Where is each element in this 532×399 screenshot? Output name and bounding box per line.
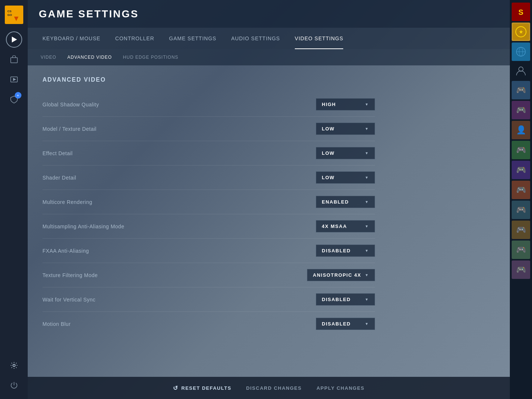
dropdown-global-shadow[interactable]: HIGH ▼ <box>316 98 375 110</box>
setting-label-msaa: Multisampling Anti-Aliasing Mode <box>42 224 124 229</box>
logo-area: CS GO <box>3 4 25 26</box>
right-avatar-1[interactable]: 🎮 <box>512 81 530 99</box>
dropdown-shader-detail[interactable]: LOW ▼ <box>316 171 375 184</box>
page-title: GAME SETTINGS <box>39 8 139 20</box>
setting-row-motion-blur: Motion Blur DISABLED ▼ <box>42 312 375 336</box>
chevron-down-icon: ▼ <box>365 249 369 253</box>
dropdown-value-vsync: DISABLED <box>322 297 351 302</box>
dropdown-multicore[interactable]: ENABLED ▼ <box>316 196 375 208</box>
dropdown-texture-filtering[interactable]: ANISOTROPIC 4X ▼ <box>307 269 375 281</box>
right-top-badge[interactable]: S <box>512 3 530 21</box>
chevron-down-icon: ▼ <box>365 127 369 131</box>
setting-row-texture-filtering: Texture Filtering Mode ANISOTROPIC 4X ▼ <box>42 263 375 287</box>
nav-keyboard-mouse[interactable]: Keyboard / Mouse <box>35 28 108 49</box>
setting-control-model-texture: LOW ▼ <box>308 123 375 135</box>
setting-control-global-shadow: HIGH ▼ <box>308 98 375 110</box>
reset-icon: ↺ <box>173 385 178 392</box>
setting-control-motion-blur: DISABLED ▼ <box>308 318 375 330</box>
nav-audio-settings[interactable]: Audio Settings <box>224 28 287 49</box>
subnav-video[interactable]: Video <box>35 49 62 65</box>
setting-label-shader-detail: Shader Detail <box>42 175 76 181</box>
svg-text:CS: CS <box>7 10 12 13</box>
nav-game-settings[interactable]: Game settings <box>162 28 224 49</box>
power-button[interactable] <box>6 377 22 393</box>
right-avatar-6[interactable]: 🎮 <box>512 181 530 199</box>
dropdown-effect-detail[interactable]: LOW ▼ <box>316 147 375 159</box>
left-sidebar: CS GO + <box>0 0 28 399</box>
shield-notification-button[interactable]: + <box>6 91 22 108</box>
svg-marker-7 <box>13 78 16 81</box>
setting-row-fxaa: FXAA Anti-Aliasing DISABLED ▼ <box>42 239 375 263</box>
dropdown-model-texture[interactable]: LOW ▼ <box>316 123 375 135</box>
setting-row-multicore: Multicore Rendering ENABLED ▼ <box>42 190 375 214</box>
main-area: GAME SETTINGS Keyboard / Mouse Controlle… <box>28 0 510 399</box>
setting-label-vsync: Wait for Vertical Sync <box>42 297 96 303</box>
svg-text:GO: GO <box>7 13 12 17</box>
csgo-logo: CS GO <box>5 6 23 24</box>
subnav-hud-edge-positions[interactable]: HUD Edge Positions <box>117 49 184 65</box>
dropdown-motion-blur[interactable]: DISABLED ▼ <box>316 318 375 330</box>
svg-text:★: ★ <box>519 29 524 35</box>
setting-row-effect-detail: Effect Detail LOW ▼ <box>42 141 375 166</box>
dropdown-value-global-shadow: HIGH <box>322 102 336 107</box>
subnav-advanced-video[interactable]: Advanced Video <box>62 49 117 65</box>
right-avatar-9[interactable]: 🎮 <box>512 241 530 259</box>
chevron-down-icon: ▼ <box>365 200 369 204</box>
chevron-down-icon: ▼ <box>365 175 369 180</box>
setting-control-effect-detail: LOW ▼ <box>308 147 375 159</box>
setting-row-msaa: Multisampling Anti-Aliasing Mode 4X MSAA… <box>42 214 375 239</box>
right-avatar-8[interactable]: 🎮 <box>512 221 530 239</box>
right-avatar-4[interactable]: 🎮 <box>512 141 530 159</box>
dropdown-fxaa[interactable]: DISABLED ▼ <box>316 245 375 257</box>
dropdown-msaa[interactable]: 4X MSAA ▼ <box>316 220 375 232</box>
nav-controller[interactable]: Controller <box>108 28 162 49</box>
apply-changes-button[interactable]: APPLY CHANGES <box>317 385 365 391</box>
watch-button[interactable] <box>6 71 22 88</box>
chevron-down-icon: ▼ <box>365 102 369 106</box>
right-sidebar: S ★ 🎮 🎮 👤 🎮 🎮 🎮 🎮 🎮 🎮 🎮 <box>510 0 532 399</box>
right-avatar-globe[interactable] <box>512 42 530 61</box>
dropdown-value-texture-filtering: ANISOTROPIC 4X <box>313 272 361 278</box>
setting-row-shader-detail: Shader Detail LOW ▼ <box>42 166 375 190</box>
setting-control-shader-detail: LOW ▼ <box>308 171 375 184</box>
play-button[interactable] <box>6 31 22 48</box>
discard-changes-button[interactable]: DISCARD CHANGES <box>246 385 301 391</box>
chevron-down-icon: ▼ <box>365 151 369 155</box>
reset-defaults-button[interactable]: ↺ RESET DEFAULTS <box>173 385 231 392</box>
right-avatar-3[interactable]: 👤 <box>512 121 530 139</box>
setting-label-fxaa: FXAA Anti-Aliasing <box>42 248 89 254</box>
right-avatar-2[interactable]: 🎮 <box>512 101 530 119</box>
setting-label-global-shadow: Global Shadow Quality <box>42 102 99 108</box>
setting-label-multicore: Multicore Rendering <box>42 199 92 205</box>
apply-changes-label: APPLY CHANGES <box>317 385 365 391</box>
right-avatar-10[interactable]: 🎮 <box>512 260 530 279</box>
right-avatar-5[interactable]: 🎮 <box>512 161 530 179</box>
dropdown-value-shader-detail: LOW <box>322 175 335 180</box>
setting-label-texture-filtering: Texture Filtering Mode <box>42 272 98 278</box>
notification-badge: + <box>15 92 21 99</box>
right-user-icon[interactable] <box>512 62 530 80</box>
section-title: Advanced Video <box>42 76 495 83</box>
setting-label-model-texture: Model / Texture Detail <box>42 126 96 132</box>
right-avatar-medal[interactable]: ★ <box>512 23 530 41</box>
setting-control-vsync: DISABLED ▼ <box>308 293 375 306</box>
right-avatar-7[interactable]: 🎮 <box>512 201 530 219</box>
dropdown-value-fxaa: DISABLED <box>322 248 351 253</box>
nav-video-settings[interactable]: Video Settings <box>287 28 351 49</box>
header: GAME SETTINGS <box>28 0 510 28</box>
settings-button[interactable] <box>6 357 22 374</box>
settings-content: Advanced Video Global Shadow Quality HIG… <box>28 65 510 377</box>
dropdown-value-msaa: 4X MSAA <box>322 224 347 229</box>
chevron-down-icon: ▼ <box>365 273 369 277</box>
chevron-down-icon: ▼ <box>365 297 369 301</box>
setting-control-multicore: ENABLED ▼ <box>308 196 375 208</box>
settings-table: Global Shadow Quality HIGH ▼ Model / Tex… <box>42 92 375 336</box>
dropdown-vsync[interactable]: DISABLED ▼ <box>316 293 375 306</box>
discard-changes-label: DISCARD CHANGES <box>246 385 301 391</box>
setting-row-global-shadow: Global Shadow Quality HIGH ▼ <box>42 92 375 117</box>
inventory-button[interactable] <box>6 51 22 68</box>
svg-point-18 <box>519 67 523 71</box>
svg-text:S: S <box>518 8 523 16</box>
secondary-nav: Video Advanced Video HUD Edge Positions <box>28 49 510 65</box>
setting-row-vsync: Wait for Vertical Sync DISABLED ▼ <box>42 287 375 312</box>
